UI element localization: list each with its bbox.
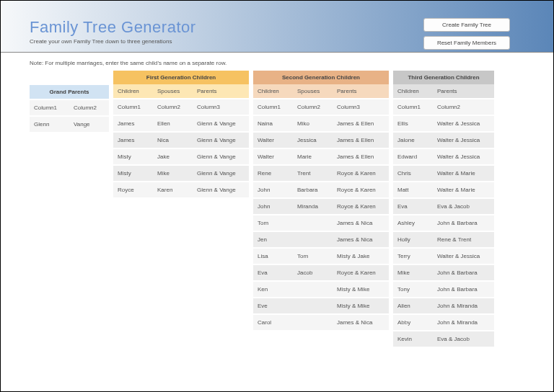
table-row: GlennVange — [30, 117, 109, 132]
table-row: WalterJessicaJames & Ellen — [253, 133, 389, 148]
table-row: EllisWalter & Jessica — [393, 116, 494, 131]
create-tree-button[interactable]: Create Family Tree — [423, 18, 510, 32]
cell — [293, 232, 333, 247]
grandparents-title: Grand Parents — [30, 85, 109, 99]
header: Family Tree Generator Create your own Fa… — [1, 1, 553, 53]
page-title: Family Tree Generator — [30, 18, 196, 37]
table-row: MistyJakeGlenn & Vange — [113, 149, 249, 164]
sub-children: Children — [253, 84, 293, 98]
cell: Walter & Jessica — [433, 249, 494, 264]
cell: James — [113, 116, 153, 131]
cell: Miko — [293, 116, 333, 131]
cell: Glenn & Vange — [193, 116, 249, 131]
third-gen-subhead: Children Parents — [393, 84, 494, 98]
cell: Tom — [253, 215, 293, 231]
instruction-note: Note: For multiple marriages, enter the … — [1, 53, 553, 71]
cell: Karen — [153, 182, 193, 197]
table-row: EvaJacobRoyce & Karen — [253, 265, 389, 280]
col-label: Column2 — [293, 99, 333, 115]
header-buttons: Create Family Tree Reset Family Members — [423, 18, 510, 46]
cell — [293, 282, 333, 297]
cell: Trent — [293, 166, 333, 181]
cell: Vange — [69, 117, 109, 132]
cell: Marie — [293, 149, 333, 164]
cell: Glenn — [30, 117, 69, 132]
table-row: JenJames & Nica — [253, 232, 389, 247]
table-row: TomJames & Nica — [253, 215, 389, 231]
cell: John & Barbara — [433, 215, 494, 231]
cell: Walter & Jessica — [433, 149, 494, 164]
table-row: EdwardWalter & Jessica — [393, 149, 494, 164]
column-row: Column1 Column2 Column3 — [113, 99, 249, 115]
cell: John — [253, 182, 293, 197]
cell: Walter — [253, 133, 293, 148]
sub-parents: Parents — [333, 84, 389, 98]
cell: James — [113, 133, 153, 148]
cell: John & Miranda — [433, 315, 494, 330]
cell — [293, 298, 333, 313]
cell: James & Ellen — [333, 133, 389, 148]
cell: Tom — [293, 249, 333, 264]
cell: Tony — [393, 282, 433, 297]
cell: Walter & Marie — [433, 166, 494, 181]
third-gen-table: Third Generation Children Children Paren… — [393, 71, 494, 347]
cell: Eva & Jacob — [433, 199, 494, 214]
cell: Misty & Mike — [333, 282, 389, 297]
cell: Walter & Jessica — [433, 116, 494, 131]
table-row: MikeJohn & Barbara — [393, 265, 494, 280]
sub-parents: Parents — [193, 84, 249, 98]
col-label: Column3 — [193, 99, 249, 115]
cell: Royce & Karen — [333, 182, 389, 197]
cell: John & Barbara — [433, 282, 494, 297]
cell: Jake — [153, 149, 193, 164]
table-row: JamesNicaGlenn & Vange — [113, 133, 249, 148]
cell: John & Miranda — [433, 298, 494, 313]
page-subtitle: Create your own Family Tree down to thre… — [30, 38, 196, 45]
cell: Jen — [253, 232, 293, 247]
cell: Jacob — [293, 265, 333, 280]
second-gen-table: Second Generation Children Children Spou… — [253, 71, 389, 330]
cell: Holly — [393, 232, 433, 247]
cell: Glenn & Vange — [193, 133, 249, 148]
cell: Jalone — [393, 133, 433, 148]
second-gen-title: Second Generation Children — [253, 71, 389, 84]
table-row: ReneTrentRoyce & Karen — [253, 166, 389, 181]
cell: Ellen — [153, 116, 193, 131]
table-row: TerryWalter & Jessica — [393, 249, 494, 264]
table-row: JohnMirandaRoyce & Karen — [253, 199, 389, 214]
cell: Naina — [253, 116, 293, 131]
cell: Misty & Mike — [333, 298, 389, 313]
cell: Ellis — [393, 116, 433, 131]
cell: Ashley — [393, 215, 433, 231]
cell: Miranda — [293, 199, 333, 214]
column-row: Column1 Column2 Column3 — [253, 99, 389, 115]
col-label: Column2 — [153, 99, 193, 115]
title-block: Family Tree Generator Create your own Fa… — [30, 18, 196, 46]
cell: Kevin — [393, 331, 433, 347]
col-label: Column1 — [253, 99, 293, 115]
cell — [293, 315, 333, 330]
table-row: AllenJohn & Miranda — [393, 298, 494, 313]
second-gen-subhead: Children Spouses Parents — [253, 84, 389, 98]
table-row: KevinEva & Jacob — [393, 331, 494, 347]
cell: Eva & Jacob — [433, 331, 494, 347]
third-gen-title: Third Generation Children — [393, 71, 494, 84]
cell: Misty — [113, 149, 153, 164]
sub-spouses: Spouses — [293, 84, 333, 98]
sub-children: Children — [113, 84, 153, 98]
sub-spouses: Spouses — [153, 84, 193, 98]
sub-parents: Parents — [433, 84, 494, 98]
cell: John & Barbara — [433, 265, 494, 280]
cell: Eve — [253, 298, 293, 313]
col-label: Column1 — [30, 100, 69, 115]
cell: Matt — [393, 182, 433, 197]
cell: James & Nica — [333, 215, 389, 231]
column-row: Column1 Column2 — [30, 100, 109, 115]
reset-members-button[interactable]: Reset Family Members — [423, 36, 510, 50]
cell: Royce & Karen — [333, 166, 389, 181]
cell: Chris — [393, 166, 433, 181]
table-row: MistyMikeGlenn & Vange — [113, 166, 249, 181]
cell: Eva — [393, 199, 433, 214]
cell: Lisa — [253, 249, 293, 264]
cell: James & Nica — [333, 315, 389, 330]
